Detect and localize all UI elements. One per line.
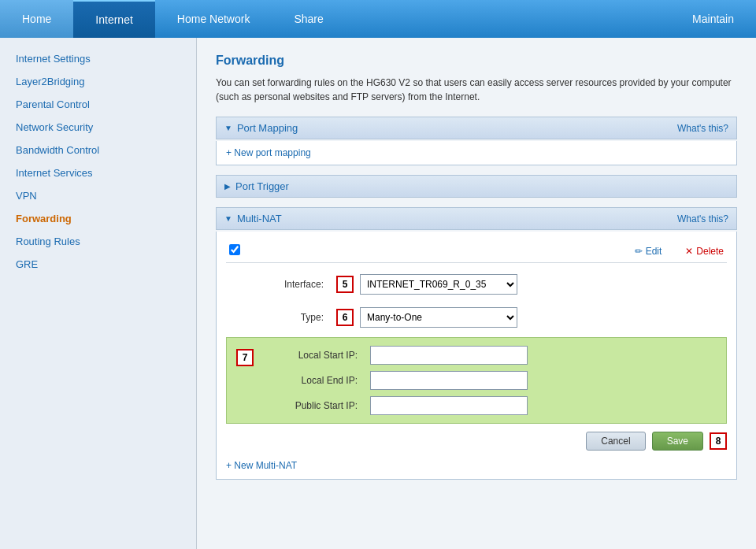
interface-select[interactable]: INTERNET_TR069_R_0_35	[360, 274, 517, 295]
sidebar-item-layer2bridging[interactable]: Layer2Bridging	[0, 70, 196, 93]
nav-home-network[interactable]: Home Network	[155, 0, 272, 38]
local-end-ip-label: Local End IP:	[260, 375, 370, 386]
port-mapping-header[interactable]: ▼ Port Mapping What's this?	[216, 117, 737, 139]
multi-nat-section: ▼ Multi-NAT What's this? ✏ Edit	[216, 207, 737, 480]
sidebar-item-forwarding[interactable]: Forwarding	[0, 207, 196, 230]
sidebar: Internet Settings Layer2Bridging Parenta…	[0, 38, 197, 549]
new-port-mapping-link[interactable]: + New port mapping	[226, 147, 727, 158]
multi-nat-arrow-icon: ▼	[224, 214, 232, 223]
port-trigger-section: ▶ Port Trigger	[216, 175, 737, 198]
sidebar-item-routing-rules[interactable]: Routing Rules	[0, 230, 196, 253]
nav-share[interactable]: Share	[272, 0, 345, 38]
local-start-ip-label: Local Start IP:	[260, 350, 370, 361]
multi-nat-title: Multi-NAT	[237, 213, 282, 224]
multi-nat-whats-this[interactable]: What's this?	[677, 213, 728, 224]
table-actions-row: ✏ Edit ✕ Delete	[226, 239, 727, 263]
step-badge-6: 6	[336, 309, 354, 326]
delete-link[interactable]: ✕ Delete	[685, 246, 724, 257]
new-multi-nat-section: + New Multi-NAT	[226, 460, 727, 471]
port-trigger-header[interactable]: ▶ Port Trigger	[216, 175, 737, 198]
new-multi-nat-link[interactable]: + New Multi-NAT	[226, 460, 727, 471]
step-badge-5: 5	[336, 276, 354, 293]
sidebar-item-internet-services[interactable]: Internet Services	[0, 161, 196, 184]
port-mapping-whats-this[interactable]: What's this?	[677, 123, 728, 134]
multi-nat-content: ✏ Edit ✕ Delete Interface: 5	[216, 232, 737, 480]
interface-label: Interface:	[226, 279, 336, 290]
sidebar-item-gre[interactable]: GRE	[0, 253, 196, 276]
interface-row: Interface: 5 INTERNET_TR069_R_0_35	[226, 271, 727, 298]
green-ip-section: 7 Local Start IP: Local End IP:	[226, 337, 727, 424]
nav-internet[interactable]: Internet	[73, 0, 154, 38]
port-trigger-arrow-icon: ▶	[224, 182, 231, 191]
type-select[interactable]: Many-to-One	[360, 307, 517, 328]
form-buttons: Cancel Save 8	[226, 432, 727, 451]
public-start-ip-label: Public Start IP:	[260, 400, 370, 411]
local-end-ip-input[interactable]	[370, 371, 528, 390]
port-mapping-arrow-icon: ▼	[224, 124, 232, 132]
port-mapping-content: + New port mapping	[216, 141, 737, 165]
sidebar-item-parental-control[interactable]: Parental Control	[0, 93, 196, 116]
page-title: Forwarding	[216, 54, 737, 68]
type-label: Type:	[226, 312, 336, 323]
sidebar-item-internet-settings[interactable]: Internet Settings	[0, 47, 196, 70]
local-start-ip-row: Local Start IP:	[260, 346, 717, 365]
cancel-button[interactable]: Cancel	[586, 432, 645, 451]
nav-maintain[interactable]: Maintain	[670, 13, 756, 25]
delete-icon: ✕	[685, 246, 693, 257]
local-end-ip-row: Local End IP:	[260, 371, 717, 390]
port-trigger-title: Port Trigger	[235, 180, 289, 192]
public-start-ip-input[interactable]	[370, 396, 528, 415]
multi-nat-header[interactable]: ▼ Multi-NAT What's this?	[216, 207, 737, 230]
nav-home[interactable]: Home	[0, 0, 73, 38]
sidebar-item-bandwidth-control[interactable]: Bandwidth Control	[0, 139, 196, 161]
content-area: Forwarding You can set forwarding rules …	[197, 38, 756, 549]
sidebar-item-network-security[interactable]: Network Security	[0, 116, 196, 139]
port-mapping-title: Port Mapping	[237, 122, 298, 134]
step-badge-8: 8	[710, 432, 727, 450]
sidebar-item-vpn[interactable]: VPN	[0, 184, 196, 207]
top-nav: Home Internet Home Network Share Maintai…	[0, 0, 756, 38]
edit-link[interactable]: ✏ Edit	[635, 246, 662, 257]
save-button[interactable]: Save	[652, 432, 703, 451]
page-description: You can set forwarding rules on the HG63…	[216, 76, 737, 104]
main-layout: Internet Settings Layer2Bridging Parenta…	[0, 38, 756, 549]
edit-icon: ✏	[635, 246, 643, 257]
select-all-checkbox[interactable]	[229, 244, 240, 255]
local-start-ip-input[interactable]	[370, 346, 528, 365]
type-row: Type: 6 Many-to-One	[226, 304, 727, 331]
public-start-ip-row: Public Start IP:	[260, 396, 717, 415]
step-badge-7: 7	[236, 349, 254, 366]
